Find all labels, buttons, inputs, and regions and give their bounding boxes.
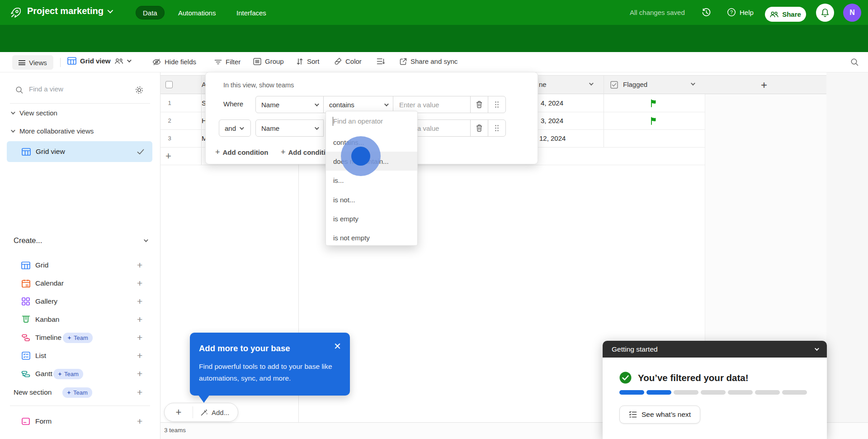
funnel-icon: [214, 59, 222, 65]
search-button[interactable]: [850, 58, 859, 67]
tooltip-line1: Find powerful tools to add to your base …: [199, 361, 332, 372]
help-label: Help: [740, 9, 754, 16]
grid-icon: [21, 260, 31, 270]
ai-add-button[interactable]: Add...: [193, 409, 229, 416]
share-button[interactable]: Share: [765, 7, 806, 22]
add-condition-button[interactable]: +Add condition: [215, 148, 268, 157]
create-item-kanban[interactable]: Kanban +: [0, 310, 160, 329]
airtable-logo-icon[interactable]: [10, 7, 22, 19]
filter-popup-title: In this view, show teams: [223, 81, 294, 89]
add-view-button[interactable]: +: [137, 314, 142, 325]
collaborators-icon: [114, 58, 123, 64]
flag-icon[interactable]: [650, 117, 658, 125]
tab-data[interactable]: Data: [136, 6, 165, 19]
operator-search-input[interactable]: [326, 111, 417, 131]
operator-option-is-not-empty[interactable]: is not empty: [326, 228, 417, 247]
row-line: [160, 165, 705, 165]
views-toggle-button[interactable]: Views: [12, 55, 53, 70]
select-all-checkbox[interactable]: [165, 81, 173, 88]
add-view-button[interactable]: +: [137, 332, 142, 343]
cell-date-fragment[interactable]: 3, 2024: [541, 117, 563, 124]
hide-fields-button[interactable]: Hide fields: [152, 58, 196, 66]
add-row-button[interactable]: +: [165, 150, 171, 162]
gallery-icon: [21, 296, 31, 306]
base-name-menu[interactable]: Project marketing: [27, 6, 112, 16]
divider: [60, 58, 61, 67]
section-more-collaborative-views[interactable]: More collaborative views: [11, 127, 94, 135]
row-number: 1: [164, 100, 175, 106]
create-item-gallery[interactable]: Gallery +: [0, 292, 160, 310]
gear-icon[interactable]: [135, 86, 144, 95]
add-view-button[interactable]: +: [137, 387, 142, 398]
question-icon: ?: [727, 8, 736, 17]
notifications-button[interactable]: [816, 4, 834, 22]
drag-dots-icon: [495, 124, 499, 132]
group-button[interactable]: Group: [253, 57, 284, 65]
base-title: Project marketing: [27, 6, 104, 16]
filter-button[interactable]: Filter: [214, 58, 241, 66]
add-view-button[interactable]: +: [137, 278, 142, 289]
add-view-button[interactable]: +: [137, 260, 142, 271]
share-label: Share: [782, 10, 801, 18]
add-view-button[interactable]: +: [137, 350, 142, 361]
tab-interfaces[interactable]: Interfaces: [229, 6, 274, 19]
grid-view-button[interactable]: Grid view: [67, 57, 130, 65]
help-button[interactable]: ? Help: [727, 8, 754, 17]
add-view-button[interactable]: +: [137, 296, 142, 307]
sort-button[interactable]: Sort: [296, 57, 320, 65]
sort-label: Sort: [307, 57, 320, 65]
cell-date-fragment[interactable]: 4, 2024: [541, 99, 563, 107]
flagged-header-label: Flagged: [623, 81, 647, 88]
operator-option-is-empty[interactable]: is empty: [326, 209, 417, 228]
add-record-pill: + Add...: [164, 403, 238, 422]
close-icon[interactable]: ✕: [334, 342, 341, 351]
divider: [10, 103, 150, 104]
operator-option-is[interactable]: is...: [326, 171, 417, 190]
save-status: All changes saved: [630, 9, 685, 16]
row-height-button[interactable]: [377, 58, 385, 65]
field-select[interactable]: Name: [255, 119, 324, 137]
field-select[interactable]: Name: [255, 96, 324, 113]
people-icon: [770, 11, 778, 18]
add-view-button[interactable]: +: [137, 416, 142, 427]
sidebar-item-grid-view[interactable]: Grid view: [7, 141, 152, 162]
avatar-initial: N: [849, 9, 855, 17]
create-item-grid[interactable]: Grid +: [0, 256, 160, 274]
plus-icon: +: [215, 148, 220, 157]
delete-condition-button[interactable]: [470, 119, 488, 137]
cell-date-fragment[interactable]: 12, 2024: [539, 134, 566, 142]
create-item-gantt[interactable]: Gantt Team +: [0, 365, 160, 383]
section-view-section[interactable]: View section: [11, 109, 57, 117]
chevron-down-icon: [108, 8, 113, 14]
click-indicator-inner: [351, 147, 370, 166]
create-item-new-section[interactable]: New section Team +: [0, 383, 160, 401]
tab-automations[interactable]: Automations: [171, 6, 223, 19]
conjunction-value: and: [225, 124, 236, 132]
history-icon[interactable]: [702, 8, 711, 17]
share-and-sync-button[interactable]: Share and sync: [400, 57, 458, 65]
avatar[interactable]: N: [843, 4, 861, 22]
conjunction-select[interactable]: and: [219, 119, 251, 137]
create-item-calendar[interactable]: 31 Calendar +: [0, 274, 160, 292]
operator-option-is-not[interactable]: is not...: [326, 190, 417, 209]
plus-icon: +: [281, 148, 286, 157]
flag-icon[interactable]: [650, 99, 658, 107]
create-section-header[interactable]: Create...: [14, 236, 147, 245]
drag-handle[interactable]: [488, 96, 506, 113]
find-view-input[interactable]: [29, 85, 115, 93]
add-column-button[interactable]: +: [761, 79, 767, 91]
see-whats-next-button[interactable]: See what’s next: [619, 406, 700, 424]
getting-started-panel: Getting started You’ve filtered your dat…: [603, 341, 827, 439]
getting-started-header[interactable]: Getting started: [603, 341, 827, 358]
chevron-down-icon: [815, 346, 819, 351]
add-record-button[interactable]: +: [165, 406, 193, 418]
create-item-timeline[interactable]: Timeline Team +: [0, 329, 160, 347]
create-item-form[interactable]: Form +: [0, 412, 160, 430]
add-view-button[interactable]: +: [137, 368, 142, 379]
drag-handle[interactable]: [488, 119, 506, 137]
delete-condition-button[interactable]: [470, 96, 488, 113]
hide-fields-label: Hide fields: [165, 58, 196, 66]
color-button[interactable]: Color: [335, 57, 362, 65]
create-item-list[interactable]: List +: [0, 347, 160, 365]
team-badge: Team: [63, 333, 93, 343]
